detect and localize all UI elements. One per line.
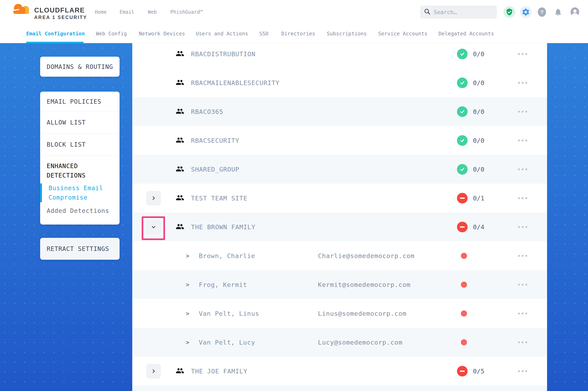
group-row[interactable]: THE BROWN FAMILY0/4: [132, 212, 547, 241]
row-menu-button[interactable]: [518, 312, 527, 314]
group-list: RBACDISTRUBUTION0/0RBACMAILENABLESECURIT…: [132, 43, 547, 391]
account-avatar-icon[interactable]: [570, 7, 580, 17]
sidebar-item-label: BLOCK LIST: [40, 141, 86, 148]
member-row[interactable]: >Van Pelt, LucyLucy@somedemocorp.com: [132, 328, 547, 357]
group-name: RBACMAILENABLESECURITY: [191, 79, 280, 87]
row-menu-button[interactable]: [518, 341, 527, 343]
member-name: Van Pelt, Lucy: [199, 339, 255, 346]
status-ok-icon[interactable]: [457, 78, 468, 88]
nav-web[interactable]: Web: [148, 9, 157, 15]
group-row[interactable]: RBACO3650/0: [132, 97, 547, 126]
status-ok-icon[interactable]: [457, 106, 468, 117]
notifications-bell-icon[interactable]: [554, 8, 562, 16]
group-people-icon: [176, 107, 184, 116]
expand-group-button[interactable]: [146, 191, 161, 205]
sidebar-item-domains-routing[interactable]: DOMAINS & ROUTING: [40, 57, 120, 77]
tab-email-configuration[interactable]: Email Configuration: [26, 30, 85, 36]
member-name: Van Pelt, Linus: [199, 310, 259, 317]
member-chevron-icon[interactable]: >: [186, 281, 189, 288]
group-name: TEST TEAM SITE: [191, 195, 247, 202]
member-chevron-icon[interactable]: >: [186, 252, 189, 259]
group-name: RBACO365: [191, 108, 223, 115]
status-ok-icon[interactable]: [457, 49, 468, 59]
sidebar-item-retract-settings[interactable]: RETRACT SETTINGS: [40, 238, 120, 260]
tab-sso[interactable]: SSO: [259, 30, 268, 36]
row-menu-button[interactable]: [518, 370, 527, 372]
member-row[interactable]: >Van Pelt, LinusLinus@somedemocorp.com: [132, 299, 547, 328]
tab-subscriptions[interactable]: Subscriptions: [327, 30, 367, 36]
member-email: Lucy@somedemocorp.com: [318, 339, 403, 346]
member-chevron-icon[interactable]: >: [186, 310, 189, 317]
collapse-group-button[interactable]: [146, 220, 161, 234]
directory-groups-panel: RBACDISTRUBUTION0/0RBACMAILENABLESECURIT…: [132, 43, 547, 391]
sidebar-item-label: RETRACT SETTINGS: [40, 245, 109, 252]
cloudflare-logo[interactable]: CLOUDFLARE AREA 1 SECURITY: [11, 2, 87, 20]
search-input[interactable]: [434, 9, 493, 15]
partial-next-row: [132, 386, 547, 391]
member-status-dot: [461, 339, 467, 345]
member-status-dot: [461, 310, 467, 316]
sidebar-item-added-detections[interactable]: Added Detections: [47, 207, 113, 214]
group-row[interactable]: RBACDISTRUBUTION0/0: [132, 43, 547, 68]
member-name: Brown, Charlie: [199, 252, 255, 260]
group-people-icon: [176, 78, 184, 88]
help-icon[interactable]: ?: [537, 7, 546, 17]
search-box[interactable]: [420, 5, 497, 19]
group-name: SHARED_GROUP: [191, 166, 239, 173]
group-name: THE BROWN FAMILY: [191, 223, 256, 231]
row-menu-button[interactable]: [518, 284, 527, 286]
member-email: Charlie@somedemocorp.com: [318, 252, 415, 260]
settings-gear-icon[interactable]: [520, 6, 532, 18]
row-menu-button[interactable]: [518, 168, 527, 170]
sidebar-enhanced-detections-section: ENHANCED DETECTIONS Business Email Compr…: [40, 156, 120, 214]
sidebar-item-label: ALLOW LIST: [40, 119, 86, 126]
member-row[interactable]: >Frog, KermitKermit@somedemocorp.com: [132, 270, 547, 299]
svg-text:?: ?: [540, 9, 543, 15]
nav-phishguard[interactable]: PhishGuard™: [170, 9, 203, 15]
member-status-dot: [461, 253, 467, 259]
member-chevron-icon[interactable]: >: [186, 339, 189, 346]
group-row[interactable]: TEST TEAM SITE0/1: [132, 184, 547, 212]
group-people-icon: [176, 49, 184, 59]
status-blocked-icon[interactable]: [457, 366, 468, 377]
member-email: Linus@somedemocorp.com: [318, 310, 407, 317]
tab-users-and-actions[interactable]: Users and Actions: [196, 30, 248, 36]
group-row[interactable]: RBACSECURITY0/0: [132, 126, 547, 155]
sidebar-item-block-list[interactable]: BLOCK LIST: [40, 134, 120, 156]
status-blocked-icon[interactable]: [457, 193, 468, 203]
sidebar-heading-enhanced-detections[interactable]: ENHANCED DETECTIONS: [47, 161, 113, 180]
shield-status-icon[interactable]: [503, 6, 515, 18]
member-row[interactable]: >Brown, CharlieCharlie@somedemocorp.com: [132, 241, 547, 270]
group-row[interactable]: SHARED_GROUP0/0: [132, 155, 547, 184]
group-count: 0/5: [473, 368, 484, 375]
group-name: RBACSECURITY: [191, 137, 239, 144]
status-blocked-icon[interactable]: [457, 222, 468, 232]
tab-directories[interactable]: Directories: [281, 30, 315, 36]
group-people-icon: [176, 222, 184, 232]
row-menu-button[interactable]: [518, 111, 527, 112]
group-people-icon: [176, 136, 184, 145]
row-menu-button[interactable]: [518, 226, 527, 228]
tab-service-accounts[interactable]: Service Accounts: [378, 30, 428, 36]
row-menu-button[interactable]: [518, 82, 527, 84]
expand-group-button[interactable]: [146, 364, 161, 379]
sidebar-item-email-policies[interactable]: EMAIL POLICIES: [40, 92, 120, 111]
group-count: 0/0: [473, 108, 484, 115]
nav-email[interactable]: Email: [120, 9, 134, 15]
tab-network-devices[interactable]: Network Devices: [139, 30, 185, 36]
row-menu-button[interactable]: [518, 197, 527, 199]
member-name: Frog, Kermit: [199, 281, 247, 288]
sidebar-item-allow-list[interactable]: ALLOW LIST: [40, 111, 120, 134]
tab-delegated-accounts[interactable]: Delegated Accounts: [439, 30, 494, 36]
group-row[interactable]: RBACMAILENABLESECURITY0/0: [132, 68, 547, 97]
tab-web-config[interactable]: Web Config: [96, 30, 127, 36]
row-menu-button[interactable]: [518, 255, 527, 257]
status-ok-icon[interactable]: [457, 164, 468, 175]
row-menu-button[interactable]: [518, 53, 527, 55]
sidebar-item-business-email-compromise[interactable]: Business Email Compromise: [40, 184, 113, 202]
status-ok-icon[interactable]: [457, 135, 468, 146]
search-icon: [424, 8, 431, 16]
nav-home[interactable]: Home: [95, 9, 107, 15]
group-row[interactable]: THE JOE FAMILY0/5: [132, 357, 547, 386]
row-menu-button[interactable]: [518, 139, 527, 141]
